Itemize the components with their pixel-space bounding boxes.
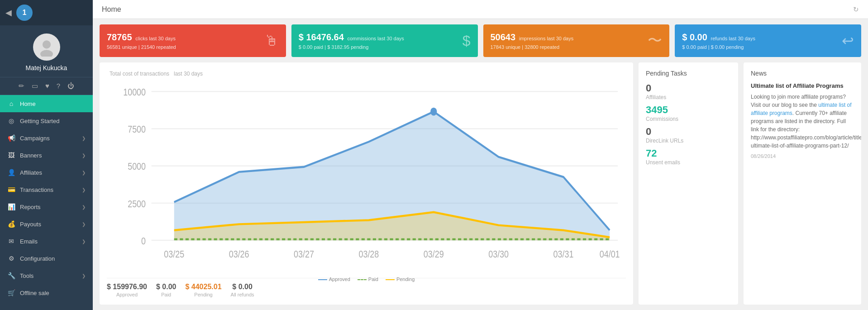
stat-card-main: $ 0.00 xyxy=(682,32,707,42)
pending-tasks-panel: Pending Tasks 0 Affiliates3495 Commissio… xyxy=(639,62,738,305)
svg-text:2500: 2500 xyxy=(128,198,146,209)
nav-icon: 🔧 xyxy=(7,272,15,279)
stat-card-main: $ 16476.64 xyxy=(299,32,344,42)
monitor-icon[interactable]: ▭ xyxy=(32,82,38,90)
chart-title: Total cost of transactions last 30 days xyxy=(107,70,626,77)
nav-label: Home xyxy=(20,100,36,107)
chart-area: 10000 7500 5000 2500 0 03/25 03/26 03/27… xyxy=(107,81,626,272)
nav-icon: ⚙ xyxy=(7,255,15,262)
back-button[interactable]: ◀ xyxy=(5,9,12,17)
sidebar-item-reports[interactable]: 📊 Reports ❯ xyxy=(0,198,93,215)
nav-label: Transactions xyxy=(20,186,53,193)
sidebar-item-campaigns[interactable]: 📢 Campaigns ❯ xyxy=(0,129,93,147)
sidebar-item-emails[interactable]: ✉ Emails ❯ xyxy=(0,233,93,250)
topbar: Home ↻ xyxy=(93,0,868,19)
chevron-right-icon: ❯ xyxy=(82,273,86,278)
stat-card-orange: 50643 impressions last 30 days 17843 uni… xyxy=(483,24,670,57)
nav-icon: 📢 xyxy=(7,134,15,142)
sidebar-item-home[interactable]: ⌂ Home xyxy=(0,95,93,112)
legend-approved: Approved xyxy=(318,277,350,282)
sidebar-item-transactions[interactable]: 💳 Transactions ❯ xyxy=(0,181,93,198)
chevron-right-icon: ❯ xyxy=(82,187,86,192)
pending-item: 0 DirecLink URLs xyxy=(646,127,731,144)
pending-count: 0 xyxy=(646,127,731,137)
sidebar-tools: ✏ ▭ ♥ ? ⏻ xyxy=(0,77,93,95)
edit-icon[interactable]: ✏ xyxy=(19,82,24,90)
legend-paid: Paid xyxy=(358,277,378,282)
user-profile: Matej Kukucka xyxy=(0,25,93,77)
svg-text:7500: 7500 xyxy=(128,124,146,134)
chart-stat-label: Approved xyxy=(107,292,147,297)
chart-stat: $ 159976.90 Approved xyxy=(107,283,147,297)
pending-item-label: DirecLink URLs xyxy=(646,138,731,144)
power-icon[interactable]: ⏻ xyxy=(67,82,74,90)
nav-label: Offline sale xyxy=(20,290,49,296)
svg-point-1 xyxy=(40,50,53,57)
nav-icon: 🖼 xyxy=(7,152,15,159)
avatar xyxy=(33,33,60,61)
chart-stat-value: $ 0.00 xyxy=(156,283,176,291)
refresh-icon[interactable]: ↻ xyxy=(853,5,859,14)
stat-card-icon: 🖱 xyxy=(264,33,279,49)
stat-card-info: $ 16476.64 commissions last 30 days $ 0.… xyxy=(299,32,404,50)
stat-card-sub: $ 0.00 paid | $ 0.00 pending xyxy=(682,44,755,50)
nav-label: Affiliates xyxy=(20,169,42,176)
sidebar-item-configuration[interactable]: ⚙ Configuration xyxy=(0,250,93,267)
nav-label: Tools xyxy=(20,272,33,279)
news-title: News xyxy=(751,70,854,77)
chart-stat-label: All refunds xyxy=(231,292,254,297)
news-link[interactable]: ultimate list of affiliate programs xyxy=(751,102,852,116)
pending-item-label: Unsent emails xyxy=(646,159,731,166)
pending-count: 0 xyxy=(646,83,731,93)
chart-stat-label: Pending xyxy=(185,292,221,297)
sidebar-item-payouts[interactable]: 💰 Payouts ❯ xyxy=(0,215,93,233)
svg-text:5000: 5000 xyxy=(128,161,146,172)
stat-card-info: 78765 clicks last 30 days 56581 unique |… xyxy=(107,32,176,50)
pending-item: 0 Affiliates xyxy=(646,83,731,100)
stat-card-red: 78765 clicks last 30 days 56581 unique |… xyxy=(100,24,286,57)
sidebar-item-getting-started[interactable]: ◎ Getting Started xyxy=(0,112,93,129)
sidebar-logo: 1 xyxy=(16,5,33,21)
sidebar-item-tools[interactable]: 🔧 Tools ❯ xyxy=(0,267,93,284)
stat-cards: 78765 clicks last 30 days 56581 unique |… xyxy=(93,19,868,62)
sidebar-item-affiliates[interactable]: 👤 Affiliates ❯ xyxy=(0,164,93,181)
nav-label: Banners xyxy=(20,152,42,159)
pending-item: 72 Unsent emails xyxy=(646,148,731,166)
stat-card-sub: 56581 unique | 21540 repeated xyxy=(107,44,176,50)
help-icon[interactable]: ? xyxy=(57,82,60,90)
stat-card-label: commissions last 30 days xyxy=(347,36,404,41)
svg-text:03/25: 03/25 xyxy=(164,248,184,259)
content-row: Total cost of transactions last 30 days … xyxy=(93,62,868,310)
chart-stat-label: Paid xyxy=(156,292,176,297)
stat-card-sub: $ 0.00 paid | $ 3182.95 pending xyxy=(299,44,404,50)
news-panel: News Ultimate list of Affiliate Programs… xyxy=(744,62,861,305)
stat-card-label: impressions last 30 days xyxy=(519,36,573,41)
chevron-right-icon: ❯ xyxy=(82,136,86,141)
chart-stat: $ 0.00 Paid xyxy=(156,283,176,297)
news-item-body: Looking to join more affiliate programs?… xyxy=(751,93,854,150)
svg-text:03/26: 03/26 xyxy=(229,248,249,259)
nav-label: Emails xyxy=(20,238,38,245)
stat-card-icon: ↩ xyxy=(842,32,854,49)
heart-icon[interactable]: ♥ xyxy=(45,82,49,90)
main-content: Home ↻ 78765 clicks last 30 days 56581 u… xyxy=(93,0,868,310)
legend-pending: Pending xyxy=(386,277,415,282)
nav-icon: ✉ xyxy=(7,238,15,245)
news-item: Ultimate list of Affiliate Programs Look… xyxy=(751,82,854,159)
stat-card-label: refunds last 30 days xyxy=(711,36,755,41)
nav-icon: ⌂ xyxy=(7,100,15,107)
nav-icon: 🛒 xyxy=(7,289,15,296)
stat-card-info: $ 0.00 refunds last 30 days $ 0.00 paid … xyxy=(682,32,755,50)
nav-icon: 💳 xyxy=(7,186,15,193)
nav-icon: 👤 xyxy=(7,169,15,176)
sidebar-item-banners[interactable]: 🖼 Banners ❯ xyxy=(0,147,93,164)
pending-tasks-title: Pending Tasks xyxy=(646,70,731,77)
svg-point-0 xyxy=(42,40,50,48)
sidebar-item-offline-sale[interactable]: 🛒 Offline sale xyxy=(0,284,93,301)
chevron-right-icon: ❯ xyxy=(82,239,86,244)
svg-text:04/01: 04/01 xyxy=(600,248,620,259)
pending-item-label: Commissions xyxy=(646,116,731,122)
svg-text:10000: 10000 xyxy=(123,86,146,97)
stat-card-main: 78765 xyxy=(107,32,132,42)
chevron-right-icon: ❯ xyxy=(82,170,86,175)
